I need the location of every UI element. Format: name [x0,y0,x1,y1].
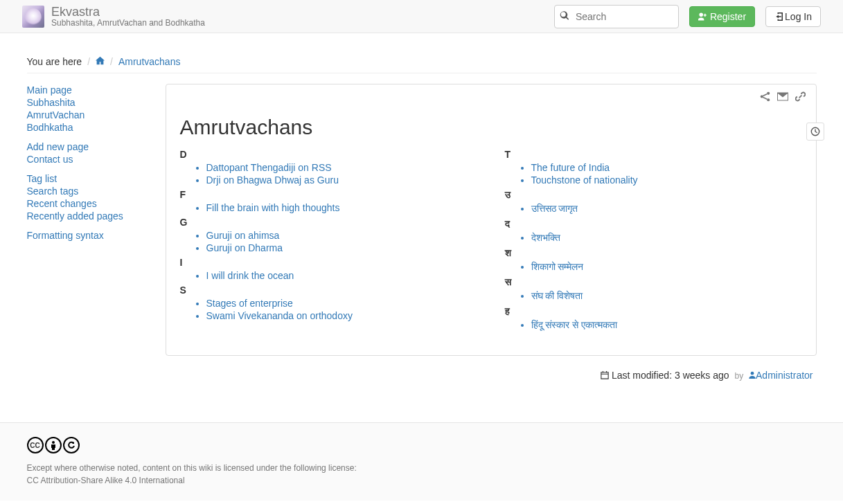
list-item: Touchstone of nationality [531,174,802,186]
page-link[interactable]: Drji on Bhagwa Dhwaj as Guru [206,174,339,186]
page-link[interactable]: उत्तिसठ जागृत [531,203,578,214]
page-link[interactable]: शिकागो सम्मेलन [531,261,584,272]
list-item: Fill the brain with high thoughts [206,201,477,214]
brand-subtitle: Subhashita, AmrutVachan and Bodhkatha [51,18,205,28]
list-item: I will drink the ocean [206,269,477,282]
breadcrumb-current[interactable]: Amrutvachans [118,56,180,67]
share-icon[interactable] [760,91,770,104]
index-letter: F [180,189,477,200]
sidebar-item[interactable]: Search tags [27,186,79,197]
sidebar-group-1: Main page Subhashita AmrutVachan Bodhkat… [27,84,152,134]
link-icon[interactable] [795,91,806,104]
sidebar-item[interactable]: Add new page [27,141,89,152]
login-label: Log In [785,11,812,22]
page-link[interactable]: I will drink the ocean [206,270,294,281]
search-input[interactable] [554,5,679,28]
site-logo[interactable] [22,6,44,28]
index-letter: T [505,149,802,160]
brand-title[interactable]: Ekvastra [51,6,205,18]
by-icon [45,437,62,453]
page-meta: Last modified: 3 weeks ago by Administra… [166,370,817,381]
footer-license-link[interactable]: CC Attribution-Share Alike 4.0 Internati… [27,476,185,485]
breadcrumb-label: You are here [27,56,82,67]
sidebar-item[interactable]: Subhashita [27,97,76,108]
search-icon [560,10,569,22]
breadcrumb-home[interactable] [96,56,105,67]
sidebar-item[interactable]: Recent changes [27,198,97,209]
modified-label: Last modified: [612,370,672,381]
sidebar-item[interactable]: Tag list [27,173,57,184]
sidebar: Main page Subhashita AmrutVachan Bodhkat… [27,84,152,381]
list-item: The future of India [531,161,802,174]
sidebar-item[interactable]: Contact us [27,154,73,165]
mail-icon[interactable] [777,91,788,104]
list-item: Swami Vivekananda on orthodoxy [206,309,477,322]
page-tools [760,91,806,104]
modified-value: 3 weeks ago [675,370,729,381]
list-item: Guruji on ahimsa [206,229,477,242]
register-label: Register [710,11,746,22]
main-panel: Amrutvachans DDattopant Thengadiji on RS… [166,84,817,356]
page-link[interactable]: Stages of enterprise [206,298,293,309]
sidebar-group-3: Tag list Search tags Recent changes Rece… [27,172,152,222]
list-item: Drji on Bhagwa Dhwaj as Guru [206,174,477,186]
page-link[interactable]: The future of India [531,162,610,173]
list-item: शिकागो सम्मेलन [531,260,802,273]
page-link[interactable]: Touchstone of nationality [531,174,638,186]
svg-point-0 [767,92,770,95]
list-item: देशभक्ति [531,231,802,244]
brand: Ekvastra Subhashita, AmrutVachan and Bod… [51,6,205,28]
index-letter: ह [505,305,802,317]
index-letter: द [505,218,802,230]
sidebar-item[interactable]: Recently added pages [27,210,123,222]
user-icon [749,371,756,379]
index-column-right: TThe future of IndiaTouchstone of nation… [505,146,802,334]
page-link[interactable]: Guruji on ahimsa [206,230,280,241]
svg-point-5 [52,441,55,444]
page-link[interactable]: संघ की विशेषता [531,290,583,301]
breadcrumb: You are here / / Amrutvachans [27,51,817,73]
index-letter: D [180,149,477,160]
page-link[interactable]: Fill the brain with high thoughts [206,202,340,213]
cc-icon: CC [27,437,44,453]
index-letter: I [180,257,477,268]
sidebar-item[interactable]: Formatting syntax [27,230,104,241]
login-button[interactable]: Log In [765,6,821,27]
list-item: Dattopant Thengadiji on RSS [206,161,477,174]
svg-point-2 [767,98,770,101]
index-letter: G [180,217,477,228]
index-letter: श [505,247,802,259]
page-link[interactable]: देशभक्ति [531,232,560,243]
sidebar-item[interactable]: AmrutVachan [27,109,85,120]
sidebar-item[interactable]: Bodhkatha [27,122,73,133]
index-letter: उ [505,189,802,201]
svg-point-4 [751,372,754,375]
search-wrap [554,5,679,28]
index-letter: S [180,285,477,296]
sidebar-group-2: Add new page Contact us [27,141,152,165]
author-link[interactable]: Administrator [749,370,813,381]
list-item: Guruji on Dharma [206,242,477,254]
page-link[interactable]: हिंदू संस्कार से एकात्मकता [531,319,618,330]
index-column-left: DDattopant Thengadiji on RSSDrji on Bhag… [180,146,477,334]
calendar-icon [601,371,609,379]
history-button[interactable] [806,123,824,141]
page-link[interactable]: Dattopant Thengadiji on RSS [206,162,332,173]
list-item: Stages of enterprise [206,297,477,309]
register-button[interactable]: Register [689,6,755,27]
page-title: Amrutvachans [180,116,802,139]
list-item: उत्तिसठ जागृत [531,202,802,215]
footer: CC Except where otherwise noted, content… [0,422,843,501]
by-label: by [734,371,743,381]
list-item: संघ की विशेषता [531,289,802,303]
sa-icon [63,437,80,453]
footer-license-text: Except where otherwise noted, content on… [27,462,817,474]
navbar: Ekvastra Subhashita, AmrutVachan and Bod… [0,0,843,33]
page-link[interactable]: Swami Vivekananda on orthodoxy [206,310,353,321]
sidebar-item[interactable]: Main page [27,84,72,96]
license-icons[interactable]: CC [27,437,817,453]
index-letter: स [505,276,802,288]
sidebar-group-4: Formatting syntax [27,229,152,242]
page-link[interactable]: Guruji on Dharma [206,242,283,253]
home-icon [96,56,105,65]
